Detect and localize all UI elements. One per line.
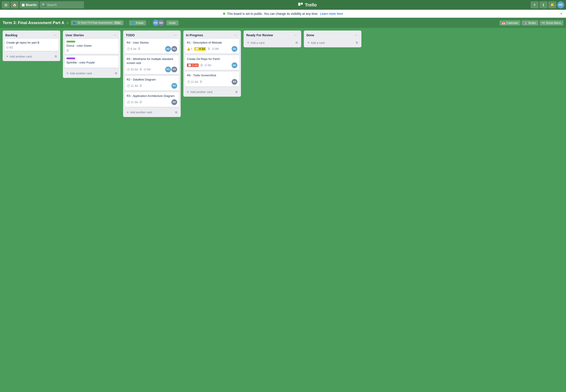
column-title-user-stories: User Stories bbox=[66, 33, 112, 37]
info-btn[interactable]: ℹ bbox=[539, 1, 547, 8]
column-menu-btn-ready-for-review[interactable]: ··· bbox=[293, 33, 298, 38]
clone-icon: ⧉ bbox=[296, 41, 298, 44]
add-card-label: Add another card bbox=[190, 90, 212, 94]
card-meta: 🕐 8 Jul☰HGNA bbox=[127, 46, 177, 52]
table-row[interactable]: R6 - Trello ScreenShot🕐 11 Jul☰NA bbox=[185, 72, 239, 86]
column-menu-btn-done[interactable]: ··· bbox=[353, 33, 359, 38]
add-card-label: Add a card bbox=[311, 41, 325, 44]
table-row[interactable]: Create git repos for part B☑ 0/2 bbox=[4, 39, 59, 51]
search-input[interactable] bbox=[47, 3, 82, 7]
column-header-user-stories: User Stories··· bbox=[63, 30, 120, 39]
butler-btn[interactable]: 🤖 Butler bbox=[522, 20, 538, 26]
card-avatar-na: NA bbox=[171, 67, 177, 72]
card-date-badge: 🕐 3 Jul bbox=[187, 63, 199, 67]
card-avatars: NA bbox=[232, 79, 237, 85]
visibility-label: Public bbox=[136, 21, 144, 25]
column-menu-btn-todo[interactable]: ··· bbox=[173, 33, 178, 38]
visibility-btn[interactable]: 🌐 Public bbox=[129, 20, 146, 26]
column-cards-backlog: Create git repos for part B☑ 0/2 bbox=[3, 39, 60, 53]
card-color-bar bbox=[66, 41, 75, 42]
clock-icon: 🕐 bbox=[188, 64, 191, 67]
show-menu-btn[interactable]: ••• Show Menu bbox=[540, 20, 563, 26]
workspace-name: G-Tech-T3-Final-Assessment bbox=[78, 21, 112, 24]
boards-grid-icon: ▦ bbox=[22, 3, 25, 7]
table-row[interactable]: R4 - User Stories🕐 8 Jul☰HGNA bbox=[125, 39, 179, 54]
add-card-btn-ready-for-review[interactable]: +Add a card⧉ bbox=[244, 39, 300, 46]
add-card-btn-backlog[interactable]: +Add another card⧉ bbox=[3, 53, 59, 60]
card-avatar-na: NA bbox=[171, 99, 177, 105]
column-menu-btn-user-stories[interactable]: ··· bbox=[112, 33, 118, 38]
header-right: 📅 Calendar 🤖 Butler ••• Show Menu bbox=[500, 20, 563, 26]
search-box[interactable]: 🔍 bbox=[40, 1, 84, 8]
board-content: Backlog···Create git repos for part B☑ 0… bbox=[0, 28, 566, 391]
card-date-badge: 🕐 8 Jul bbox=[127, 47, 136, 50]
checklist-icon: ☑ bbox=[205, 64, 207, 67]
plus-icon: + bbox=[66, 71, 68, 75]
home-icon-btn[interactable]: ⊞ bbox=[2, 1, 10, 8]
star-btn[interactable]: ☆ bbox=[66, 21, 69, 25]
card-avatars: HG bbox=[232, 46, 237, 52]
card-avatar-na: NA bbox=[171, 46, 177, 52]
card-meta: 🕐 10 Jul☰☑ 0/4HGNA bbox=[127, 67, 177, 72]
column-title-in-progress: In Progress bbox=[186, 33, 233, 37]
banner-dot bbox=[223, 13, 225, 15]
plan-badge: Free bbox=[114, 21, 121, 24]
add-card-btn-todo[interactable]: +Add another card⧉ bbox=[124, 109, 180, 116]
bell-small-icon: 🔔 bbox=[187, 47, 190, 50]
table-row[interactable]: R5 - Wireframe for multiple standard scr… bbox=[125, 55, 179, 74]
add-btn[interactable]: + bbox=[531, 1, 538, 8]
board-title: Term 3: Final Assessment Part A bbox=[3, 21, 64, 25]
public-banner: This board is set to public. You can cha… bbox=[0, 10, 566, 18]
column-menu-btn-in-progress[interactable]: ··· bbox=[233, 33, 238, 38]
card-desc-icon: ☰ bbox=[139, 84, 142, 87]
checklist-icon: ☑ bbox=[144, 68, 146, 71]
card-date-badge: 🕐 4 Jul bbox=[194, 47, 206, 51]
column-menu-btn-backlog[interactable]: ··· bbox=[52, 33, 58, 38]
show-menu-label: Show Menu bbox=[546, 21, 561, 25]
banner-close-btn[interactable]: × bbox=[560, 12, 563, 16]
table-row[interactable]: R3 - Application Architecture Diagram🕐 1… bbox=[125, 92, 179, 107]
trello-logo: Trello bbox=[85, 2, 530, 8]
add-card-label: Add another card bbox=[10, 55, 32, 58]
table-row[interactable]: R2 - Dataflow Diagram🕐 11 Jul☰HG bbox=[125, 76, 179, 90]
checklist-icon: ☑ bbox=[212, 47, 214, 50]
card-avatars: HGNA bbox=[165, 46, 177, 52]
search-icon: 🔍 bbox=[42, 3, 46, 7]
invite-btn[interactable]: Invite bbox=[166, 20, 179, 26]
column-title-todo: TODO bbox=[126, 33, 173, 37]
column-title-ready-for-review: Ready For Review bbox=[246, 33, 293, 37]
column-header-todo: TODO··· bbox=[123, 30, 181, 39]
notification-btn[interactable]: 🔔 bbox=[548, 1, 556, 8]
add-card-btn-user-stories[interactable]: +Add another card⧉ bbox=[64, 70, 119, 77]
boards-btn[interactable]: ▦ Boards bbox=[19, 1, 39, 8]
clone-icon: ⧉ bbox=[175, 111, 177, 114]
table-row[interactable]: Sprinkle - color Purple bbox=[65, 56, 119, 68]
card-avatars: HGNA bbox=[165, 67, 177, 72]
member-avatar-na[interactable]: NA bbox=[158, 19, 164, 26]
menu-dots-icon: ••• bbox=[542, 21, 545, 25]
card-meta: 🕐 11 Jul☰HG bbox=[127, 83, 177, 89]
workspace-tag: 👥 G-Tech-T3-Final-Assessment Free bbox=[71, 20, 124, 25]
plus-icon: + bbox=[6, 55, 8, 58]
table-row[interactable]: Donut - color Green☰ bbox=[65, 39, 119, 54]
calendar-btn[interactable]: 📅 Calendar bbox=[500, 20, 520, 26]
card-desc-icon: ☰ bbox=[208, 47, 210, 50]
column-cards-todo: R4 - User Stories🕐 8 Jul☰HGNAR5 - Wirefr… bbox=[123, 39, 181, 109]
add-card-btn-in-progress[interactable]: +Add another card⧉ bbox=[184, 88, 240, 96]
card-desc-icon: ☰ bbox=[200, 64, 203, 67]
card-desc-icon: ☰ bbox=[138, 47, 140, 50]
banner-text: This board is set to public. You can cha… bbox=[227, 12, 318, 15]
user-avatar[interactable]: HG bbox=[557, 1, 564, 8]
banner-link[interactable]: Learn more here bbox=[320, 12, 343, 15]
table-row[interactable]: Create Git Repo for PartA🕐 3 Jul☰☑ 0/1HG bbox=[185, 55, 239, 70]
card-checklist-badge: ☑ 0/6 bbox=[212, 47, 219, 50]
butler-label: Butler bbox=[529, 21, 536, 25]
card-avatar-hg: HG bbox=[232, 46, 237, 52]
trello-text: Trello bbox=[305, 2, 317, 8]
card-title: R3 - Application Architecture Diagram bbox=[127, 94, 177, 98]
card-date-badge: 🕐 10 Jul bbox=[127, 68, 138, 71]
home-btn[interactable]: 🏠 bbox=[11, 1, 19, 8]
add-card-btn-done[interactable]: +Add a card⧉ bbox=[305, 39, 360, 46]
workspace-icon: 👥 bbox=[73, 21, 76, 24]
table-row[interactable]: R1 - Description of Website🔔 1🕐 4 Jul☰☑ … bbox=[185, 39, 239, 54]
